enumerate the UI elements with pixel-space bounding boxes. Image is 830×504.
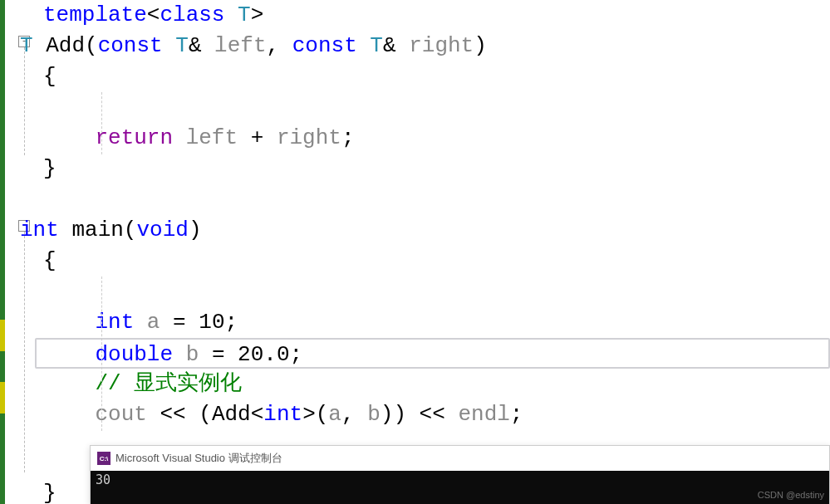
code-line[interactable]: [37, 276, 830, 307]
fold-guide: [24, 232, 25, 472]
code-line[interactable]: [37, 184, 830, 215]
code-line[interactable]: [37, 92, 830, 123]
code-line[interactable]: T Add(const T& left, const T& right): [13, 31, 830, 61]
code-line[interactable]: int main(void): [13, 215, 830, 246]
console-title: Microsoft Visual Studio 调试控制台: [115, 451, 282, 466]
change-marker: [0, 382, 5, 413]
change-marker: [0, 320, 5, 351]
fold-column: - -: [17, 0, 37, 504]
code-line[interactable]: return left + right;: [37, 123, 830, 154]
fold-guide: [24, 47, 25, 155]
console-output: 30 CSDN @edstiny: [91, 471, 829, 504]
code-line[interactable]: {: [37, 246, 830, 276]
console-icon: C:\: [97, 452, 111, 465]
watermark: CSDN @edstiny: [758, 490, 824, 500]
debug-console-window[interactable]: C:\ Microsoft Visual Studio 调试控制台 30 CSD…: [90, 445, 830, 504]
console-titlebar[interactable]: C:\ Microsoft Visual Studio 调试控制台: [91, 446, 829, 471]
code-line[interactable]: cout << (Add<int>(a, b)) << endl;: [37, 399, 830, 430]
code-line[interactable]: {: [37, 61, 830, 92]
code-line[interactable]: // 显式实例化: [37, 369, 830, 399]
code-line[interactable]: template<class T>: [37, 0, 830, 31]
gutter: [0, 0, 17, 504]
code-area[interactable]: template<class T> T Add(const T& left, c…: [37, 0, 830, 504]
current-line[interactable]: double b = 20.0;: [35, 338, 830, 369]
code-line[interactable]: int a = 10;: [37, 307, 830, 338]
code-line[interactable]: }: [37, 154, 830, 184]
code-editor: - - template<class T> T Add(const T& lef…: [0, 0, 830, 504]
